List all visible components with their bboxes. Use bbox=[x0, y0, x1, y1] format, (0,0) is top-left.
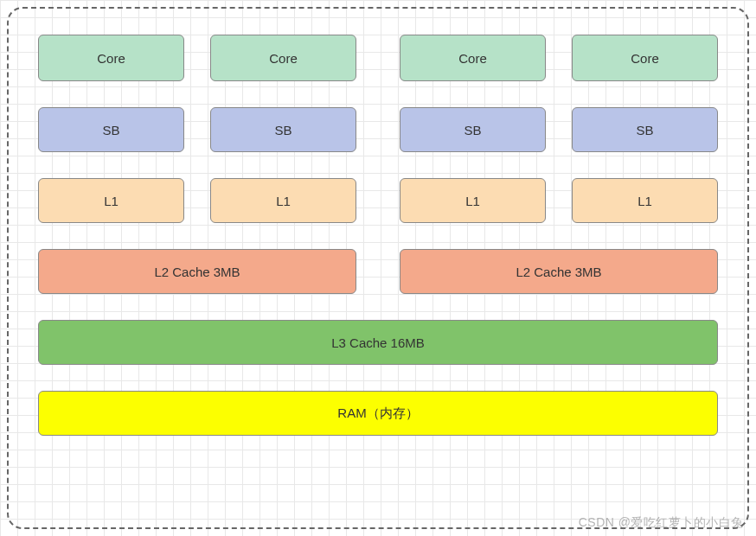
l1-row: L1 L1 L1 L1 bbox=[38, 178, 718, 223]
sb-row: SB SB SB SB bbox=[38, 107, 718, 152]
sb-box: SB bbox=[210, 107, 356, 152]
l2-box-left: L2 Cache 3MB bbox=[38, 249, 356, 294]
sb-box: SB bbox=[400, 107, 546, 152]
sb-box: SB bbox=[572, 107, 718, 152]
core-box: Core bbox=[572, 35, 718, 81]
sb-box: SB bbox=[38, 107, 184, 152]
l1-box: L1 bbox=[38, 178, 184, 223]
ram-box: RAM（内存） bbox=[38, 391, 718, 436]
l1-box: L1 bbox=[400, 178, 546, 223]
l1-box: L1 bbox=[572, 178, 718, 223]
l1-box: L1 bbox=[210, 178, 356, 223]
l3-row: L3 Cache 16MB bbox=[38, 320, 718, 365]
ram-row: RAM（内存） bbox=[38, 391, 718, 436]
core-box: Core bbox=[400, 35, 546, 81]
core-box: Core bbox=[210, 35, 356, 81]
core-row: Core Core Core Core bbox=[38, 35, 718, 81]
core-box: Core bbox=[38, 35, 184, 81]
l2-box-right: L2 Cache 3MB bbox=[400, 249, 718, 294]
l2-row: L2 Cache 3MB L2 Cache 3MB bbox=[38, 249, 718, 294]
l3-box: L3 Cache 16MB bbox=[38, 320, 718, 365]
diagram-container: Core Core Core Core SB SB SB SB L1 L1 L1… bbox=[7, 7, 749, 529]
